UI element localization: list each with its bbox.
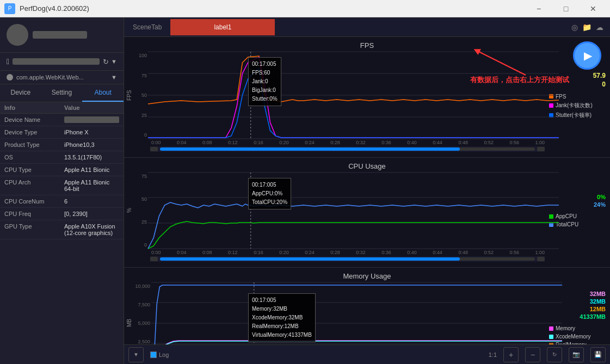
scroll-left-btn[interactable]: [150, 147, 158, 151]
refresh-icon[interactable]: ↻: [103, 58, 109, 66]
info-header: Info Value: [0, 102, 124, 114]
cpu-scroll-right[interactable]: [537, 257, 545, 261]
row-key: CPU CoreNum: [4, 198, 64, 205]
row-val: [0, 2390]: [64, 211, 119, 217]
titlebar: P PerfDog(v4.0.200602) − □ ✕: [0, 0, 610, 17]
table-row: CPU Freq [0, 2390]: [0, 208, 124, 220]
tab-setting[interactable]: Setting: [41, 84, 83, 102]
app-cpu-val: 0%: [597, 194, 606, 200]
app-dot: [7, 74, 13, 81]
fps-y50: 50: [134, 92, 147, 98]
log-checkbox-container[interactable]: Log: [150, 351, 169, 358]
jank-legend-label: Jank(卡顿次数): [556, 102, 593, 109]
fps-chart-title: FPS: [124, 41, 610, 50]
totalcpu-legend-label: TotalCPU: [556, 221, 578, 227]
sidebar:  ↻ ▼ com.apple.WebKit.Web... ▼ Device S…: [0, 17, 124, 364]
titlebar-left: P PerfDog(v4.0.200602): [4, 3, 89, 14]
dropdown-icon[interactable]: ▼: [111, 58, 117, 65]
xcode-mem-val: 32MB: [590, 298, 606, 305]
avatar: [7, 24, 28, 46]
device-icons: ↻ ▼: [103, 58, 117, 66]
scene-tab-active[interactable]: label1: [170, 19, 275, 35]
memory-svg: [151, 282, 562, 344]
bottom-toolbar: ▼ Log 1:1 + − ↻ 📷 💾: [124, 344, 610, 364]
cloud-icon[interactable]: ☁: [596, 23, 603, 32]
fps-scrollbar[interactable]: [150, 146, 545, 152]
export-button[interactable]: 💾: [590, 347, 606, 362]
profile-name: [33, 31, 87, 39]
play-button[interactable]: [573, 41, 601, 70]
fps-chart-inner: FPS 100 75 50 25 0: [124, 52, 610, 139]
row-val: Apple A11 Bionic 64-bit: [64, 179, 119, 192]
table-row: Device Name: [0, 114, 124, 126]
sidebar-tabs: Device Setting About: [0, 84, 124, 102]
log-checkbox[interactable]: [150, 351, 157, 358]
cpu-svg-area: 75 50 25 0: [134, 172, 545, 249]
table-row: CPU CoreNum 6: [0, 195, 124, 208]
memory-y-label: MB: [124, 282, 134, 344]
cpu-scroll-left[interactable]: [150, 257, 158, 261]
fps-y100: 100: [134, 53, 147, 58]
main-container:  ↻ ▼ com.apple.WebKit.Web... ▼ Device S…: [0, 17, 610, 364]
zoom-in-button[interactable]: +: [503, 347, 519, 362]
zoom-label: 1:1: [489, 351, 497, 358]
titlebar-controls: − □ ✕: [526, 0, 606, 17]
row-key: OS: [4, 154, 64, 161]
row-val: Apple A10X Fusion (12-core graphics): [64, 223, 119, 236]
cpu-scroll-thumb[interactable]: [160, 257, 460, 261]
row-key: Device Type: [4, 129, 64, 135]
table-row: OS 13.5.1(17F80): [0, 151, 124, 164]
row-val: [64, 116, 119, 123]
scroll-right-btn[interactable]: [537, 147, 545, 151]
zoom-reset-button[interactable]: ↻: [547, 347, 562, 362]
maximize-button[interactable]: □: [553, 0, 578, 17]
app-dropdown-icon[interactable]: ▼: [111, 74, 117, 81]
fps-y75: 75: [134, 73, 147, 78]
cpu-chart-panel: CPU Usage % 75 50 25 0: [124, 158, 610, 268]
zoom-out-button[interactable]: −: [525, 347, 540, 362]
right-content: SceneTab label1 ◎ 📁 ☁ 有数据后，点击右上方开始测试: [124, 17, 610, 364]
fps-svg-area: 100 75 50 25 0: [134, 52, 545, 139]
close-button[interactable]: ✕: [581, 0, 606, 17]
device-selector[interactable]:  ↻ ▼: [0, 53, 124, 71]
app-name: com.apple.WebKit.Web...: [16, 74, 108, 81]
table-row: GPU Type Apple A10X Fusion (12-core grap…: [0, 220, 124, 239]
expand-button[interactable]: ▼: [128, 347, 144, 362]
cpu-chart-inner: % 75 50 25 0: [124, 172, 610, 249]
row-key: CPU Arch: [4, 179, 64, 192]
row-key: Device Name: [4, 116, 64, 123]
tab-about[interactable]: About: [82, 84, 124, 102]
cpu-scroll-track[interactable]: [160, 257, 535, 261]
cpu-svg: [148, 172, 559, 249]
fps-y25: 25: [134, 113, 147, 118]
virtual-mem-val: 41337MB: [580, 313, 606, 320]
tab-device[interactable]: Device: [0, 84, 41, 102]
app-selector[interactable]: com.apple.WebKit.Web... ▼: [0, 71, 124, 84]
info-col-val: Value: [64, 104, 80, 111]
cpu-x-axis: 0:000:040:080:120:160:200:240:280:320:36…: [124, 249, 610, 255]
scroll-thumb[interactable]: [160, 147, 460, 151]
screenshot-button[interactable]: 📷: [569, 347, 584, 362]
target-icon[interactable]: ◎: [571, 23, 578, 32]
info-table: Info Value Device Name Device Type iPhon…: [0, 102, 124, 364]
row-val: iPhone10,3: [64, 141, 119, 148]
minimize-button[interactable]: −: [526, 0, 551, 17]
total-cpu-val: 24%: [594, 201, 606, 208]
cpu-y-label: %: [124, 172, 134, 249]
app-icon: P: [4, 3, 15, 14]
cpu-scrollbar[interactable]: [150, 256, 545, 262]
row-key: CPU Type: [4, 166, 64, 173]
scene-tab-plain[interactable]: SceneTab: [124, 19, 170, 35]
row-val: 13.5.1(17F80): [64, 154, 119, 161]
scene-tabs: SceneTab label1 ◎ 📁 ☁: [124, 17, 610, 37]
memory-svg-area: 10,000 7,500 5,000 2,500 0: [134, 282, 545, 344]
table-row: Device Type iPhone X: [0, 126, 124, 139]
folder-icon[interactable]: 📁: [582, 23, 591, 32]
fps-x-axis: 0:000:040:080:120:160:200:240:280:320:36…: [124, 139, 610, 145]
memory-chart-panel: Memory Usage MB 10,000 7,500 5,000 2,500…: [124, 268, 610, 344]
stutter-legend-label: Stutter(卡顿率): [556, 112, 591, 119]
scroll-track[interactable]: [160, 147, 535, 151]
row-key: CPU Freq: [4, 211, 64, 217]
row-key: Product Type: [4, 141, 64, 148]
mem-val: 32MB: [590, 291, 606, 297]
